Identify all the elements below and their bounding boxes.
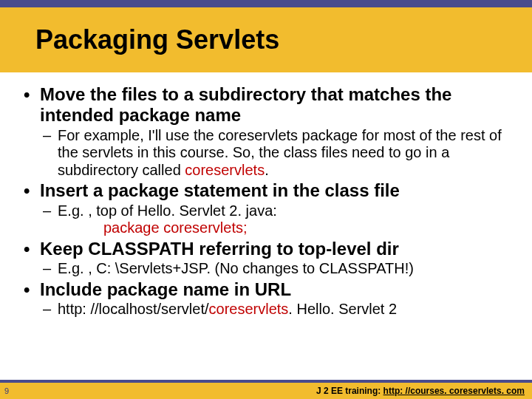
- bullet-4-sub-pre: http: //localhost/servlet/: [58, 301, 209, 317]
- bullet-2-sub-pre: E.g. , top of Hello. Servlet 2. java:: [58, 202, 277, 219]
- bullet-1-sub-post: .: [265, 162, 269, 178]
- footer: J 2 EE training: http: //courses. corese…: [316, 386, 525, 396]
- bullet-3-text: Keep CLASSPATH referring to top-level di…: [40, 239, 399, 259]
- bullet-2-text: Insert a package statement in the class …: [40, 180, 400, 200]
- bullet-4-sub: http: //localhost/servlet/coreservlets. …: [40, 301, 516, 318]
- bullet-2-code: package coreservlets;: [58, 219, 516, 237]
- bullet-1-sub-pre: For example, I'll use the coreservlets p…: [58, 127, 502, 178]
- bullet-2: Insert a package statement in the class …: [40, 180, 516, 237]
- bullet-list: Move the files to a subdirectory that ma…: [40, 84, 516, 318]
- top-accent-bar: [0, 0, 532, 7]
- slide: Packaging Servlets Move the files to a s…: [0, 0, 532, 399]
- bullet-3-sub-text: E.g. , C: \Servlets+JSP. (No changes to …: [58, 260, 414, 276]
- title-band: Packaging Servlets: [0, 7, 532, 72]
- footer-link[interactable]: http: //courses. coreservlets. com: [383, 386, 525, 396]
- bullet-3: Keep CLASSPATH referring to top-level di…: [40, 239, 516, 278]
- bullet-1-text: Move the files to a subdirectory that ma…: [40, 84, 451, 125]
- bullet-4: Include package name in URL http: //loca…: [40, 279, 516, 318]
- bullet-2-sub: E.g. , top of Hello. Servlet 2. java: pa…: [40, 202, 516, 237]
- footer-label: J 2 EE training:: [316, 386, 383, 396]
- bullet-4-sub-post: . Hello. Servlet 2: [288, 301, 397, 317]
- slide-title: Packaging Servlets: [35, 24, 279, 55]
- bullet-4-sub-red: coreservlets: [209, 301, 289, 317]
- page-number: 9: [4, 386, 9, 395]
- bullet-1: Move the files to a subdirectory that ma…: [40, 84, 516, 179]
- bullet-3-sub: E.g. , C: \Servlets+JSP. (No changes to …: [40, 260, 516, 278]
- bullet-1-sub: For example, I'll use the coreservlets p…: [40, 127, 516, 180]
- bullet-4-text: Include package name in URL: [40, 279, 291, 299]
- bullet-1-sub-red: coreservlets: [185, 162, 265, 178]
- slide-body: Move the files to a subdirectory that ma…: [0, 78, 532, 320]
